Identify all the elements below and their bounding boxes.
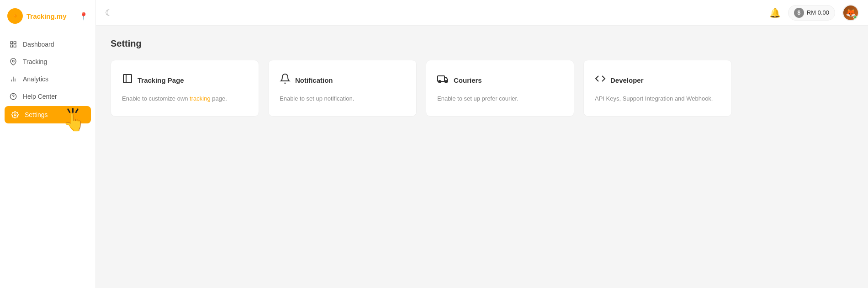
logo-text: Tracking.my [26, 12, 67, 20]
notification-icon [280, 73, 291, 87]
sidebar: 🔸 Tracking.my 📍 Dashboard Tracking [0, 0, 96, 288]
sidebar-nav: Dashboard Tracking Analytics [0, 32, 95, 288]
sidebar-item-tracking[interactable]: Tracking [0, 53, 95, 70]
location-icon: 📍 [79, 12, 88, 21]
page-title: Setting [111, 38, 853, 49]
tracking-icon [9, 58, 17, 65]
balance-display[interactable]: $ RM 0.00 [788, 5, 835, 21]
svg-rect-3 [14, 45, 16, 47]
couriers-desc: Enable to set up prefer courier. [437, 94, 563, 103]
sidebar-item-label: Dashboard [23, 41, 54, 48]
couriers-icon [437, 73, 449, 87]
tracking-page-title: Tracking Page [138, 76, 184, 84]
analytics-icon [9, 75, 17, 83]
svg-point-10 [14, 114, 16, 116]
sidebar-item-label: Help Center [23, 93, 57, 100]
sidebar-item-label: Analytics [23, 75, 48, 83]
page-content: Setting Tracking Page Enable to customiz… [96, 26, 868, 288]
developer-title: Developer [610, 76, 644, 84]
svg-rect-11 [123, 75, 132, 83]
user-avatar[interactable]: 🦊 [842, 5, 859, 21]
svg-rect-1 [14, 42, 16, 44]
dollar-icon: $ [794, 8, 804, 18]
tracking-page-card[interactable]: Tracking Page Enable to customize own tr… [111, 60, 259, 117]
help-icon [9, 93, 17, 100]
tracking-page-desc: Enable to customize own tracking page. [122, 94, 248, 103]
tracking-page-icon [122, 73, 133, 87]
card-header: Couriers [437, 73, 563, 87]
notification-title: Notification [295, 76, 333, 84]
couriers-title: Couriers [454, 76, 482, 84]
logo-area[interactable]: 🔸 Tracking.my 📍 [0, 0, 95, 32]
sidebar-item-analytics[interactable]: Analytics [0, 70, 95, 88]
sidebar-item-settings[interactable]: Settings [5, 106, 91, 123]
developer-desc: API Keys, Support Integration and Webhoo… [595, 94, 720, 103]
svg-rect-0 [11, 42, 13, 44]
tracking-link[interactable]: tracking [190, 95, 211, 102]
card-header: Tracking Page [122, 73, 248, 87]
notification-desc: Enable to set up notification. [280, 94, 405, 103]
topbar-right: 🔔 $ RM 0.00 🦊 [769, 5, 859, 21]
settings-icon [11, 111, 19, 118]
svg-point-4 [12, 60, 14, 62]
card-header: Developer [595, 73, 720, 87]
dark-mode-button[interactable]: ☾ [105, 8, 112, 18]
balance-amount: RM 0.00 [807, 9, 829, 16]
couriers-card[interactable]: Couriers Enable to set up prefer courier… [426, 60, 574, 117]
svg-rect-2 [11, 45, 13, 47]
notification-card[interactable]: Notification Enable to set up notificati… [268, 60, 417, 117]
developer-card[interactable]: Developer API Keys, Support Integration … [583, 60, 732, 117]
dashboard-icon [9, 41, 17, 48]
topbar: ☾ 🔔 $ RM 0.00 🦊 [96, 0, 868, 26]
sidebar-item-label: Tracking [23, 58, 47, 65]
sidebar-item-label: Settings [25, 111, 48, 118]
logo-icon: 🔸 [7, 8, 23, 24]
sidebar-item-help-center[interactable]: Help Center [0, 88, 95, 105]
notifications-bell[interactable]: 🔔 [769, 7, 781, 18]
online-indicator [853, 16, 857, 19]
main-area: ☾ 🔔 $ RM 0.00 🦊 Setting [96, 0, 868, 288]
developer-icon [595, 73, 606, 87]
sidebar-item-dashboard[interactable]: Dashboard [0, 36, 95, 53]
card-header: Notification [280, 73, 405, 87]
settings-grid: Tracking Page Enable to customize own tr… [111, 60, 732, 117]
